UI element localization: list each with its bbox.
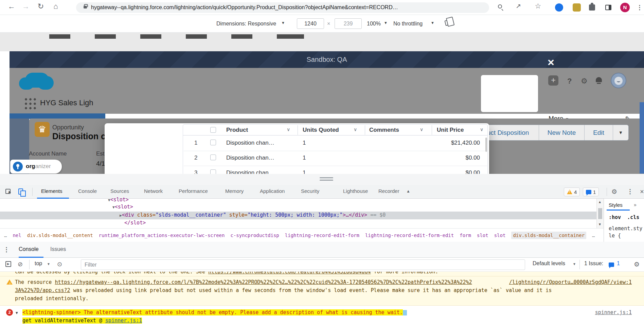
viewport-width-input[interactable] (297, 18, 324, 29)
more-panels-icon[interactable]: » (634, 202, 637, 207)
context-caret-icon[interactable]: ▼ (47, 262, 50, 266)
breadcrumb-item[interactable]: slot (494, 233, 506, 238)
warnings-badge[interactable]: 4 (564, 187, 580, 196)
chromestatus-link[interactable]: https://www.chromestatus.com/feature/644… (208, 272, 371, 275)
levels-caret-icon[interactable]: ▼ (573, 262, 576, 266)
dom-node[interactable]: ▼<slot> (112, 204, 133, 210)
scroll-up-icon[interactable]: ▲ (598, 200, 602, 204)
breadcrumb-item[interactable]: div.slds-modal__content (27, 233, 93, 238)
dom-node-selected[interactable]: ▶<div class="slds-modal__container" styl… (120, 212, 386, 218)
help-icon[interactable]: ? (567, 77, 572, 86)
global-add-icon[interactable]: + (548, 75, 558, 86)
inspect-element-icon[interactable] (5, 189, 11, 194)
expand-triangle-icon[interactable]: ▼ (16, 309, 18, 317)
issues-count-label[interactable]: 1 Issue: (584, 260, 603, 267)
row-checkbox[interactable] (210, 155, 216, 160)
tab-security[interactable]: Security (301, 188, 319, 194)
column-header[interactable]: Unit Price (437, 127, 464, 133)
breadcrumb-ellipsis[interactable]: … (592, 233, 595, 238)
extension-gold-icon[interactable] (573, 3, 581, 12)
tab-styles[interactable]: Styles (609, 202, 623, 208)
context-select[interactable]: top (35, 260, 42, 267)
column-header[interactable]: Units Quoted (303, 127, 339, 133)
new-note-button[interactable]: New Note (539, 125, 584, 140)
drag-handle-icon[interactable] (320, 177, 333, 178)
back-icon[interactable]: ← (6, 2, 17, 11)
url-text[interactable]: hygateway--qa.lightning.force.com/lightn… (91, 4, 398, 11)
profile-avatar[interactable]: N (620, 3, 630, 12)
drawer-tab-issues[interactable]: Issues (50, 246, 66, 252)
tab-sources[interactable]: Sources (110, 188, 129, 194)
breadcrumb-ellipsis[interactable]: … (4, 233, 7, 238)
browser-menu-icon[interactable]: ⋮ (637, 4, 643, 11)
throttling-select[interactable]: No throttling (393, 21, 423, 27)
lock-icon[interactable] (84, 6, 87, 8)
breadcrumb-item[interactable]: form (460, 233, 471, 238)
elements-scrollbar[interactable]: ▲ ▼ (596, 199, 604, 228)
element-style-rule[interactable]: element.style { (609, 225, 643, 239)
viewport-height-input[interactable] (335, 18, 362, 29)
zoom-page-icon[interactable] (498, 4, 502, 8)
zoom-caret-icon[interactable]: ▼ (384, 21, 388, 25)
scroll-down-icon[interactable]: ▼ (598, 222, 602, 226)
column-sort-icon[interactable]: ∨ (480, 127, 483, 132)
tab-console[interactable]: Console (78, 188, 97, 194)
breadcrumb-item[interactable]: lightning-record-edit-form (285, 233, 359, 238)
zoom-select[interactable]: 100% (367, 21, 381, 27)
organizer-extension-badge[interactable]: organizer (10, 160, 62, 174)
resource-url-link[interactable]: 3A%22%7D/app.css?2 (15, 287, 70, 293)
hov-cls-toggles[interactable]: :hov .cls (609, 214, 639, 220)
extension-1password-icon[interactable] (555, 3, 563, 12)
drag-handle-icon[interactable] (320, 180, 333, 181)
setup-gear-icon[interactable]: ⚙ (581, 77, 588, 86)
devtools-close-icon[interactable]: × (640, 188, 644, 196)
column-sort-icon[interactable]: ∨ (287, 127, 290, 132)
throttling-caret-icon[interactable]: ▼ (431, 21, 434, 25)
dom-node[interactable]: ▼<slot> (108, 197, 129, 203)
tab-recorder[interactable]: Recorder (378, 188, 399, 194)
column-header[interactable]: Product (226, 127, 248, 133)
reload-icon[interactable]: ↻ (35, 2, 46, 11)
console-warning-message[interactable]: /lightning/r/Opportu…0000AzSgdQAF/view:1… (0, 276, 644, 306)
select-all-checkbox[interactable] (210, 127, 216, 133)
column-sort-icon[interactable]: ∨ (420, 127, 423, 132)
column-header[interactable]: Comments (369, 127, 399, 133)
extensions-puzzle-icon[interactable] (589, 4, 595, 11)
edit-button[interactable]: Edit (584, 125, 613, 140)
console-sidebar-icon[interactable] (5, 261, 11, 267)
devtools-settings-icon[interactable]: ⚙ (611, 188, 617, 196)
console-settings-icon[interactable]: ⚙ (634, 260, 640, 268)
notifications-bell-icon[interactable] (596, 77, 602, 82)
home-icon[interactable]: ⌂ (50, 2, 61, 11)
breadcrumb-item[interactable]: lightning-record-edit-form-edit (365, 233, 454, 238)
dimensions-select[interactable]: Dimensions: Responsive (216, 21, 276, 27)
resource-url-link[interactable]: https://hygateway--qa.lightning.force.co… (55, 279, 472, 285)
console-filter-input[interactable] (81, 259, 525, 270)
console-message-clipped[interactable]: can be accessed by clicking the lock ico… (0, 272, 644, 276)
drawer-tab-console[interactable]: Console (19, 246, 39, 252)
source-location-link[interactable]: /lightning/r/Opportu…0000AzSgdQAF/view:1 (509, 278, 632, 286)
side-panel-icon[interactable] (605, 5, 611, 10)
table-scrollbar[interactable] (485, 138, 487, 152)
issues-badge[interactable]: 1 (583, 187, 599, 196)
modal-close-icon[interactable]: × (548, 57, 554, 67)
bookmark-star-icon[interactable]: ☆ (533, 2, 543, 10)
breadcrumb-item-selected[interactable]: div.slds-modal__container (511, 232, 586, 239)
rotate-viewport-icon[interactable] (444, 19, 453, 26)
user-avatar[interactable] (611, 73, 626, 88)
actions-dropdown-button[interactable]: ▼ (613, 125, 628, 140)
share-icon[interactable]: ↗ (513, 2, 524, 10)
forward-icon[interactable]: → (20, 2, 31, 11)
devtools-menu-icon[interactable]: ⋮ (627, 188, 633, 195)
log-levels-select[interactable]: Default levels (533, 260, 565, 267)
app-launcher-icon[interactable] (23, 96, 36, 109)
breadcrumb-item[interactable]: nel (13, 233, 21, 238)
row-checkbox[interactable] (210, 140, 216, 145)
scroll-thumb[interactable] (598, 208, 602, 219)
dom-node[interactable]: </slot> (124, 220, 146, 226)
column-sort-icon[interactable]: ∨ (354, 127, 357, 132)
dimensions-caret-icon[interactable]: ▼ (281, 21, 285, 25)
drawer-menu-icon[interactable]: ⋮ (3, 246, 10, 253)
breadcrumb-item[interactable]: runtime_platform_actions-executor-lwc-sc… (99, 233, 225, 238)
tab-elements[interactable]: Elements (41, 188, 62, 194)
